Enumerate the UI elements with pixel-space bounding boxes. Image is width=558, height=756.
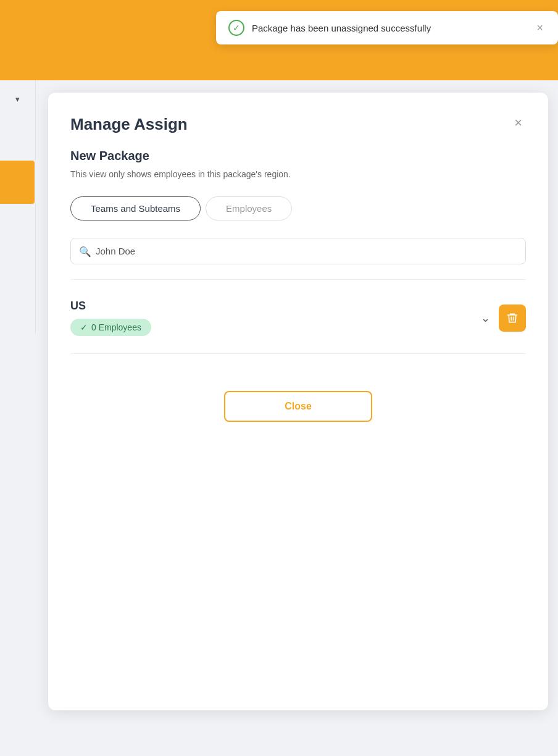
- modal-title: Manage Assign: [70, 115, 188, 134]
- search-wrapper: 🔍: [70, 238, 526, 264]
- package-name: New Package: [70, 149, 526, 163]
- toast-notification: ✓ Package has been unassigned successful…: [216, 11, 558, 44]
- sidebar-item-4: [0, 247, 36, 290]
- employees-count: 0 Employees: [91, 322, 141, 332]
- team-left: US ✓ 0 Employees: [70, 300, 151, 336]
- main-content: Manage Assign × New Package This view on…: [36, 80, 558, 756]
- sidebar-arrow: ▾: [15, 94, 20, 104]
- team-actions: ⌄: [481, 304, 526, 332]
- top-banner: ✓ Package has been unassigned successful…: [0, 0, 558, 80]
- toast-message: Package has been unassigned successfully: [252, 23, 527, 33]
- sidebar-item-5: [0, 290, 36, 334]
- sidebar-item-active: [0, 161, 35, 204]
- package-description: This view only shows employees in this p…: [70, 169, 526, 179]
- team-name: US: [70, 300, 151, 313]
- manage-assign-modal: Manage Assign × New Package This view on…: [48, 93, 548, 710]
- divider-2: [70, 353, 526, 354]
- toast-close-button[interactable]: ×: [534, 22, 546, 35]
- trash-icon: [506, 312, 518, 324]
- badge-check-icon: ✓: [80, 322, 88, 332]
- tab-employees[interactable]: Employees: [206, 196, 292, 220]
- toast-check-icon: ✓: [228, 20, 244, 36]
- chevron-down-icon[interactable]: ⌄: [481, 311, 490, 325]
- employees-badge: ✓ 0 Employees: [70, 319, 151, 336]
- modal-close-button[interactable]: ×: [510, 115, 526, 131]
- sidebar-item-3: [0, 204, 36, 247]
- sidebar-item-1: [0, 117, 36, 161]
- team-row: US ✓ 0 Employees ⌄: [70, 290, 526, 343]
- tab-teams-and-subteams[interactable]: Teams and Subteams: [70, 196, 201, 220]
- modal-header: Manage Assign ×: [70, 115, 526, 134]
- tabs-container: Teams and Subteams Employees: [70, 196, 526, 220]
- divider-1: [70, 279, 526, 280]
- search-input[interactable]: [70, 238, 526, 264]
- search-icon: 🔍: [79, 245, 91, 257]
- sidebar: ▾: [0, 80, 36, 756]
- sidebar-top: ▾: [0, 80, 36, 117]
- delete-team-button[interactable]: [499, 304, 526, 332]
- close-button[interactable]: Close: [224, 391, 372, 422]
